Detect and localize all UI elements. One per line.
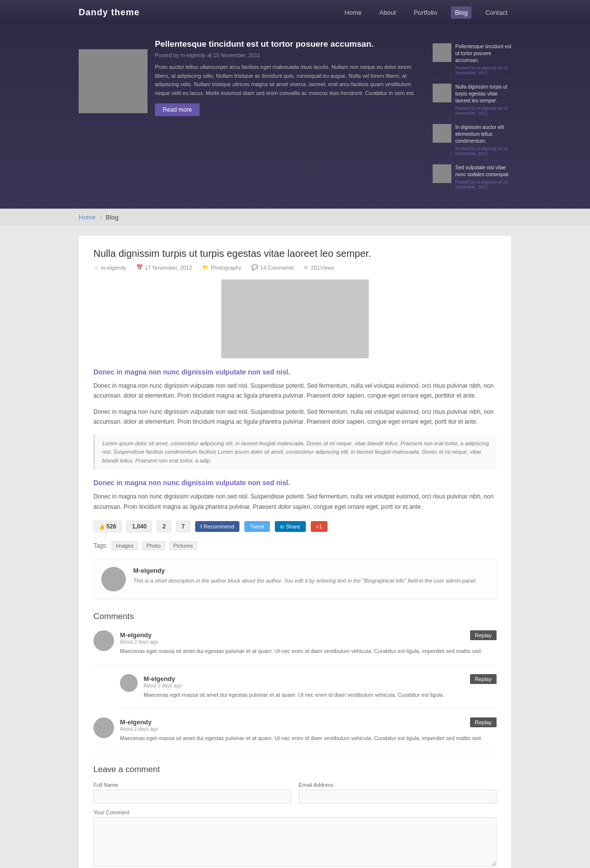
sidebar-item-2[interactable]: Nulla dignissim turpis ut turpis egestas… <box>433 80 511 120</box>
breadcrumb-home[interactable]: Home <box>79 214 96 221</box>
read-more-button[interactable]: Read more <box>155 103 200 116</box>
nav-portfolio[interactable]: Portfolio <box>410 6 441 19</box>
hero-meta: Posted by m-elgendy at 15 November, 2011 <box>155 52 418 58</box>
like-count: 1,040 <box>126 521 152 532</box>
share-count: 2 <box>157 521 171 532</box>
plus-count: 7 <box>176 521 190 532</box>
comment-item-nested-1: M-elgendy About 2 days ago Replay Maecen… <box>120 674 497 709</box>
tag-pictures[interactable]: Pictures <box>169 541 198 550</box>
calendar-icon: 📅 <box>136 264 143 271</box>
hero-body: Proin auctor tellus ullamcorper arcu fac… <box>155 63 418 97</box>
meta-category: 📁 Photography <box>202 264 241 271</box>
replay-button-2[interactable]: Replay <box>470 717 497 727</box>
comment-textarea[interactable] <box>93 817 497 867</box>
email-field: Email Address <box>299 782 497 804</box>
sidebar-item-3[interactable]: In dignissim auctor elit elementum tellu… <box>433 120 511 160</box>
replay-button-1[interactable]: Replay <box>470 630 497 640</box>
article-paragraph-3: Donec in magna non nunc dignissim vulput… <box>93 492 497 512</box>
meta-comments: 💬 14 Comments <box>251 264 294 271</box>
author-avatar <box>101 567 126 591</box>
comment-item-1: M-elgendy About 2 days ago Replay Maecen… <box>93 630 497 665</box>
comment-header-nested-1: M-elgendy About 2 days ago Replay <box>144 674 497 688</box>
article-featured-image <box>221 279 369 358</box>
comment-field: Your Comment <box>93 809 497 867</box>
article-title: Nulla dignissim turpis ut turpis egestas… <box>93 248 497 259</box>
article-card: Nulla dignissim turpis ut turpis egestas… <box>79 236 511 868</box>
hero-main: Pellentesque tincidunt est ut tortor pos… <box>79 39 418 194</box>
article-paragraph-1: Donec in magna non nunc dignissim vulput… <box>93 381 497 401</box>
full-name-input[interactable] <box>93 790 292 804</box>
comment-header-1: M-elgendy About 2 days ago Replay <box>120 630 497 645</box>
sidebar-item-1[interactable]: Pellentesque tincidunt est ut tortor pos… <box>433 39 511 80</box>
comment-text-nested-1: Maecenas eget massa sit amet dui egestas… <box>144 691 497 700</box>
comment-avatar-2 <box>93 717 114 738</box>
hero-text-content: Pellentesque tincidunt est ut tortor pos… <box>155 39 418 194</box>
comment-header-2: M-elgendy About 2 days ago Replay <box>120 717 497 732</box>
hero-sidebar: Pellentesque tincidunt est ut tortor pos… <box>433 39 511 194</box>
email-label: Email Address <box>299 782 497 788</box>
meta-date: 📅 17 November, 2012 <box>136 264 192 271</box>
breadcrumb-separator: › <box>100 214 102 221</box>
nav-contact[interactable]: Contact <box>481 6 511 19</box>
hero-title: Pellentesque tincidunt est ut tortor pos… <box>155 39 418 49</box>
nav-about[interactable]: About <box>375 6 400 19</box>
comment-label: Your Comment <box>93 809 497 815</box>
author-info: M-elgendy This is a short description in… <box>133 567 477 591</box>
comment-name-1: M-elgendy <box>120 631 151 639</box>
breadcrumb-current: Blog <box>106 214 118 221</box>
header: Dandy theme Home About Portfolio Blog Co… <box>0 0 590 25</box>
meta-author: ☺ m-elgendy <box>93 264 126 271</box>
recommend-count: 👍 526 <box>93 521 121 532</box>
replay-button-nested-1[interactable]: Replay <box>470 674 497 684</box>
leave-comment-title: Leave a comment <box>93 765 497 775</box>
sidebar-thumb-2 <box>433 84 451 102</box>
sidebar-thumb-3 <box>433 124 451 143</box>
person-icon: ☺ <box>93 265 99 271</box>
nav-blog[interactable]: Blog <box>451 6 472 19</box>
comment-name-2: M-elgendy <box>120 718 151 726</box>
sidebar-thumb-1 <box>433 43 451 62</box>
comment-name-time-nested-1: M-elgendy About 2 days ago <box>144 674 182 688</box>
nav-home[interactable]: Home <box>341 6 366 19</box>
site-logo: Dandy theme <box>79 7 140 18</box>
comment-text-1: Maecenas eget massa sit amet dui egestas… <box>120 647 497 656</box>
folder-icon: 📁 <box>202 264 209 271</box>
views-icon: 👁 <box>303 265 309 271</box>
tag-photo[interactable]: Photo <box>142 541 165 550</box>
comment-name-time-2: M-elgendy About 2 days ago <box>120 717 158 732</box>
comment-body-nested-1: M-elgendy About 2 days ago Replay Maecen… <box>144 674 497 700</box>
comment-text-2: Maecenas eget massa sit amet dui egestas… <box>120 734 497 743</box>
tags-row: Tags: Images Photo Pictures <box>93 541 497 550</box>
article-paragraph-2: Donec in magna non nunc dignissim vulput… <box>93 407 497 427</box>
sidebar-text-3: In dignissim auctor elit elementum tellu… <box>455 124 511 156</box>
hero-featured-image <box>79 49 148 113</box>
tag-images[interactable]: Images <box>112 541 138 550</box>
sidebar-text-4: Sed vulputate nisl vitae nunc sodales co… <box>455 164 511 189</box>
sidebar-item-4[interactable]: Sed vulputate nisl vitae nunc sodales co… <box>433 160 511 194</box>
comments-title: Comments <box>93 612 497 621</box>
plus-button[interactable]: +1 <box>311 521 328 532</box>
article-section-title-1: Donec in magna non nunc dignissim vulput… <box>93 368 497 376</box>
email-input[interactable] <box>299 790 497 804</box>
comment-time-nested-1: About 2 days ago <box>144 683 182 688</box>
leave-comment-section: Leave a comment Full Name Email Address … <box>93 765 497 868</box>
tweet-button[interactable]: Tweet <box>244 521 269 532</box>
full-name-field: Full Name <box>93 782 292 804</box>
comment-icon: 💬 <box>251 264 258 271</box>
article-section-title-2: Donec in magna non nunc dignissim vulput… <box>93 479 497 487</box>
main-nav: Home About Portfolio Blog Contact <box>341 6 511 19</box>
sidebar-thumb-4 <box>433 164 451 183</box>
recommend-button[interactable]: f Recommend <box>195 521 239 532</box>
social-share: 👍 526 1,040 2 7 f Recommend Tweet in Sha… <box>93 521 497 532</box>
author-bio: This is a short description in the autho… <box>133 577 477 586</box>
tags-label: Tags: <box>93 542 108 549</box>
comment-avatar-nested-1 <box>120 674 138 692</box>
article-meta: ☺ m-elgendy 📅 17 November, 2012 📁 Photog… <box>93 264 497 271</box>
share-button[interactable]: in Share <box>275 521 306 532</box>
comment-name-time-1: M-elgendy About 2 days ago <box>120 630 158 645</box>
comment-body-2: M-elgendy About 2 days ago Replay Maecen… <box>120 717 497 743</box>
author-name: M-elgendy <box>133 567 477 574</box>
full-name-label: Full Name <box>93 782 292 788</box>
comment-time-1: About 2 days ago <box>120 639 158 645</box>
article-blockquote: Lorem ipsum dolor sit amet, consectetur … <box>93 434 497 470</box>
